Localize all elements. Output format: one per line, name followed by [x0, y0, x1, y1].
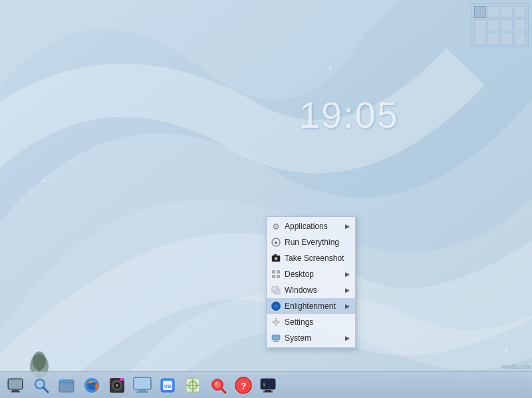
windows-icon — [271, 285, 281, 296]
applications-arrow: ▶ — [344, 223, 350, 230]
svg-rect-42 — [138, 390, 146, 391]
svg-rect-23 — [275, 340, 277, 341]
pager-cell-5[interactable] — [474, 19, 486, 31]
taskbar-file-manager[interactable] — [56, 375, 77, 396]
svg-rect-43 — [136, 391, 148, 393]
desktop-arrow: ▶ — [344, 271, 350, 278]
watermark: words.com — [501, 363, 531, 370]
svg-line-53 — [221, 389, 225, 393]
system-label: System — [285, 333, 344, 343]
svg-point-3 — [33, 351, 46, 370]
pager-cell-1[interactable] — [474, 6, 486, 18]
menu-item-settings[interactable]: Settings — [267, 314, 355, 330]
pager-cell-2[interactable] — [487, 6, 499, 18]
pager-cell-9[interactable] — [474, 33, 486, 45]
svg-rect-12 — [272, 275, 275, 278]
taskbar-network[interactable] — [182, 375, 203, 396]
svg-rect-27 — [11, 391, 20, 393]
svg-point-8 — [275, 258, 277, 260]
menu-item-windows[interactable]: Windows ▶ — [267, 282, 355, 298]
svg-rect-59 — [265, 390, 271, 391]
svg-point-38 — [116, 384, 118, 387]
svg-line-30 — [43, 387, 48, 392]
settings-icon — [271, 317, 281, 327]
svg-rect-10 — [272, 270, 275, 274]
svg-point-52 — [214, 381, 221, 388]
pager-cell-3[interactable] — [501, 6, 513, 18]
desktop-label: Desktop — [285, 270, 344, 279]
menu-item-system[interactable]: System ▶ — [267, 330, 355, 346]
taskbar: VB ? — [0, 371, 532, 398]
pager-cell-6[interactable] — [487, 19, 499, 31]
taskbar-search[interactable] — [207, 375, 229, 396]
applications-icon: ⚙ — [271, 221, 281, 232]
system-icon — [271, 333, 281, 343]
star-4 — [37, 349, 39, 351]
pager-cell-7[interactable] — [501, 19, 513, 31]
taskbar-magnifier[interactable] — [31, 375, 52, 396]
svg-point-29 — [37, 381, 43, 387]
system-arrow: ▶ — [344, 335, 350, 341]
take-screenshot-label: Take Screenshot — [285, 254, 350, 263]
desktop-clock: 19:05 — [299, 93, 399, 136]
taskbar-music[interactable] — [106, 375, 128, 396]
star-1 — [43, 180, 45, 182]
settings-label: Settings — [285, 317, 350, 327]
virtual-desktop-pager[interactable] — [471, 3, 529, 47]
svg-text:VB: VB — [164, 383, 171, 389]
svg-point-54 — [215, 382, 217, 385]
windows-label: Windows — [285, 286, 344, 295]
pager-cell-12[interactable] — [514, 33, 526, 45]
svg-rect-60 — [263, 391, 273, 393]
svg-rect-9 — [274, 254, 277, 256]
menu-item-enlightenment[interactable]: Enlightenment ▶ — [267, 298, 355, 314]
windows-arrow: ▶ — [344, 287, 350, 294]
desktop-icon — [271, 269, 281, 280]
context-menu: ⚙ Applications ▶ ✦ Run Everything — [266, 216, 356, 348]
svg-rect-21 — [272, 335, 280, 340]
svg-rect-41 — [134, 378, 150, 389]
svg-rect-32 — [59, 380, 66, 383]
svg-text:✦: ✦ — [273, 240, 279, 246]
svg-rect-26 — [12, 390, 19, 391]
run-everything-icon: ✦ — [271, 237, 281, 248]
enlightenment-icon — [271, 301, 281, 311]
desktop: 19:05 ⚙ Applications ▶ ✦ Run — [0, 0, 532, 398]
menu-item-applications[interactable]: ⚙ Applications ▶ — [267, 218, 355, 234]
pager-cell-8[interactable] — [514, 19, 526, 31]
pager-cell-10[interactable] — [487, 33, 499, 45]
svg-rect-39 — [120, 378, 124, 381]
menu-item-desktop[interactable]: Desktop ▶ — [267, 266, 355, 282]
pager-cell-11[interactable] — [501, 33, 513, 45]
star-2 — [329, 67, 331, 69]
taskbar-help[interactable]: ? — [233, 375, 254, 396]
enlightenment-label: Enlightenment — [285, 301, 344, 311]
taskbar-firefox[interactable] — [81, 375, 102, 396]
enlightenment-arrow: ▶ — [344, 303, 350, 309]
svg-text:$ _: $ _ — [263, 382, 271, 387]
menu-item-take-screenshot[interactable]: Take Screenshot — [267, 250, 355, 266]
screenshot-icon — [271, 253, 281, 264]
svg-rect-13 — [277, 275, 280, 278]
svg-point-16 — [275, 321, 278, 324]
svg-rect-11 — [277, 270, 280, 274]
taskbar-terminal[interactable]: $ _ — [258, 375, 279, 396]
svg-text:?: ? — [241, 381, 247, 391]
taskbar-virtualbox[interactable]: VB — [157, 375, 178, 396]
star-3 — [505, 349, 507, 351]
pager-cell-4[interactable] — [514, 6, 526, 18]
taskbar-monitor[interactable] — [5, 375, 27, 396]
menu-item-run-everything[interactable]: ✦ Run Everything — [267, 234, 355, 250]
svg-rect-25 — [9, 379, 22, 389]
applications-label: Applications — [285, 222, 344, 231]
svg-rect-15 — [274, 289, 280, 294]
run-everything-label: Run Everything — [285, 238, 350, 247]
taskbar-display[interactable] — [132, 375, 153, 396]
